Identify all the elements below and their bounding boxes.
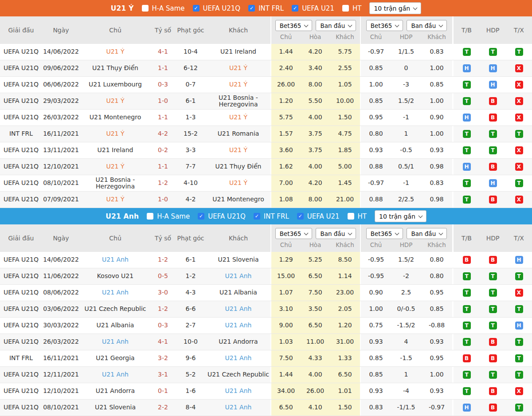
- result-badge: T: [489, 48, 497, 56]
- filter-uefa-u21[interactable]: UEFA U21: [292, 4, 334, 12]
- home-team-cell: U21 Anh: [80, 252, 151, 268]
- column-header: Giải đấu: [0, 27, 42, 34]
- home-team-name[interactable]: U21 Anh: [102, 256, 129, 263]
- recent-matches-select-value: 10 trận gần: [374, 5, 410, 12]
- away-team-cell: U21 Anh: [206, 400, 270, 416]
- checkbox-icon[interactable]: [292, 5, 298, 12]
- checkbox-icon[interactable]: [297, 213, 304, 220]
- away-team-name[interactable]: U21 Anh: [225, 273, 252, 279]
- result-badge: T: [463, 305, 471, 313]
- result-badge-tx: T: [506, 367, 532, 383]
- line-select[interactable]: Ban đầu: [407, 228, 447, 239]
- odds-away: 1.05: [330, 77, 360, 93]
- bookmaker-select[interactable]: Bet365: [275, 228, 313, 239]
- filter-h-a-same[interactable]: H-A Same: [142, 4, 185, 12]
- result-column-header: HDP: [480, 235, 506, 242]
- bookmaker-select[interactable]: Bet365: [366, 20, 403, 31]
- away-team-name: U21 Slovenia: [218, 256, 258, 263]
- result-badge: H: [489, 81, 497, 89]
- filter-ht[interactable]: HT: [348, 212, 367, 220]
- away-team-name[interactable]: U21 Ý: [229, 180, 247, 186]
- score-cell: 1-0: [151, 192, 175, 208]
- away-team-name[interactable]: U21 Anh: [225, 322, 252, 329]
- sub-column-header: Chủ: [271, 241, 301, 248]
- away-team-name[interactable]: U21 Ý: [229, 114, 247, 121]
- checkbox-icon[interactable]: [198, 213, 204, 220]
- result-badge-tb: H: [454, 60, 480, 76]
- filter-uefa-u21q[interactable]: UEFA U21Q: [193, 4, 241, 12]
- recent-matches-select[interactable]: 10 trận gần: [369, 2, 421, 14]
- score-cell: 3-1: [151, 367, 175, 383]
- line-select[interactable]: Ban đầu: [316, 228, 356, 239]
- line-select[interactable]: Ban đầu: [407, 20, 447, 31]
- odds-home: 3.10: [271, 301, 301, 317]
- home-team-name[interactable]: U21 Anh: [102, 289, 129, 296]
- checkbox-icon[interactable]: [348, 213, 354, 220]
- filter-uefa-u21[interactable]: UEFA U21: [297, 212, 340, 220]
- home-team-name: U21 Andorra: [96, 388, 135, 394]
- home-team-name[interactable]: U21 Ý: [106, 196, 124, 203]
- filter-int-frl[interactable]: INT FRL: [254, 212, 289, 220]
- match-row: UEFA U21Q09/06/2022U21 Thụy Điển1-16-12U…: [0, 60, 532, 77]
- handicap-away-odds: 0.98: [421, 192, 452, 208]
- filter-label: INT FRL: [258, 4, 284, 12]
- column-header: Phạt góc: [175, 27, 206, 34]
- home-team-cell: U21 Luxembourg: [80, 77, 151, 93]
- date-cell: 12/11/2021: [42, 367, 80, 383]
- date-cell: 07/09/2021: [42, 192, 80, 208]
- match-row: UEFA U21Q14/06/2022U21 Anh1-26-1U21 Slov…: [0, 252, 532, 268]
- away-team-name: U21 Thụy Điển: [215, 163, 262, 170]
- home-team-name[interactable]: U21 Ý: [106, 98, 124, 104]
- filter-uefa-u21q[interactable]: UEFA U21Q: [198, 212, 246, 220]
- bookmaker-select[interactable]: Bet365: [366, 228, 403, 239]
- bookmaker-select[interactable]: Bet365: [275, 20, 313, 31]
- recent-matches-select[interactable]: 10 trận gần: [375, 210, 426, 222]
- corners-cell: 10-4: [175, 44, 206, 60]
- away-team-name[interactable]: U21 Anh: [225, 355, 252, 361]
- match-row: UEFA U21Q26/03/2022U21 Anh4-110-0U21 And…: [0, 334, 532, 350]
- corners-cell: 4-3: [175, 285, 206, 301]
- match-row: UEFA U21Q13/11/2021U21 Ireland0-23-3U21 …: [0, 142, 532, 159]
- home-team-name[interactable]: U21 Ý: [106, 163, 124, 170]
- odds-draw: 4.33: [301, 350, 330, 366]
- chevron-down-icon: [439, 231, 443, 235]
- date-cell: 26/03/2022: [42, 334, 80, 350]
- checkbox-icon[interactable]: [248, 5, 255, 12]
- odds-home: 3.60: [271, 142, 301, 158]
- odds-group-header-1x2: Bet365Ban đầuChủHòaKhách: [271, 16, 360, 44]
- odds-away: 2.05: [330, 301, 360, 317]
- line-select[interactable]: Ban đầu: [316, 20, 356, 31]
- filter-int-frl[interactable]: INT FRL: [248, 4, 284, 12]
- league-cell: UEFA U21Q: [0, 93, 42, 109]
- checkbox-icon[interactable]: [147, 213, 153, 220]
- odds-away: 31.00: [330, 334, 360, 350]
- result-badge-tx: X: [506, 159, 532, 175]
- odds-draw: 6.50: [301, 268, 330, 284]
- result-badge: T: [489, 322, 497, 330]
- away-team-name[interactable]: U21 Anh: [225, 404, 252, 411]
- result-badge-hdp: B: [480, 192, 506, 208]
- away-team-name: U21 Bosnia - Herzegovina: [206, 94, 270, 108]
- checkbox-icon[interactable]: [142, 5, 149, 12]
- away-team-name[interactable]: U21 Ý: [229, 147, 247, 153]
- away-team-name[interactable]: U21 Ý: [229, 65, 247, 71]
- home-team-name[interactable]: U21 Anh: [102, 371, 129, 378]
- checkbox-icon[interactable]: [193, 5, 200, 12]
- home-team-cell: U21 Czech Republic: [80, 301, 151, 317]
- home-team-name[interactable]: U21 Ý: [106, 48, 124, 55]
- result-badge: T: [463, 272, 471, 280]
- away-team-name[interactable]: U21 Anh: [225, 388, 252, 394]
- checkbox-icon[interactable]: [254, 213, 260, 220]
- result-badge-tb: B: [454, 350, 480, 366]
- odds-draw: 3.75: [301, 126, 330, 142]
- away-team-name[interactable]: U21 Anh: [225, 306, 252, 312]
- home-team-name[interactable]: U21 Ý: [106, 130, 124, 137]
- checkbox-icon[interactable]: [342, 5, 349, 12]
- away-team-name[interactable]: U21 Ý: [229, 81, 247, 88]
- result-badge-tx: X: [506, 93, 532, 109]
- result-badge: H: [489, 179, 497, 187]
- handicap-home-odds: 0.85: [361, 350, 391, 366]
- filter-h-a-same[interactable]: H-A Same: [147, 212, 190, 220]
- filter-ht[interactable]: HT: [342, 4, 361, 12]
- home-team-name[interactable]: U21 Anh: [102, 338, 129, 345]
